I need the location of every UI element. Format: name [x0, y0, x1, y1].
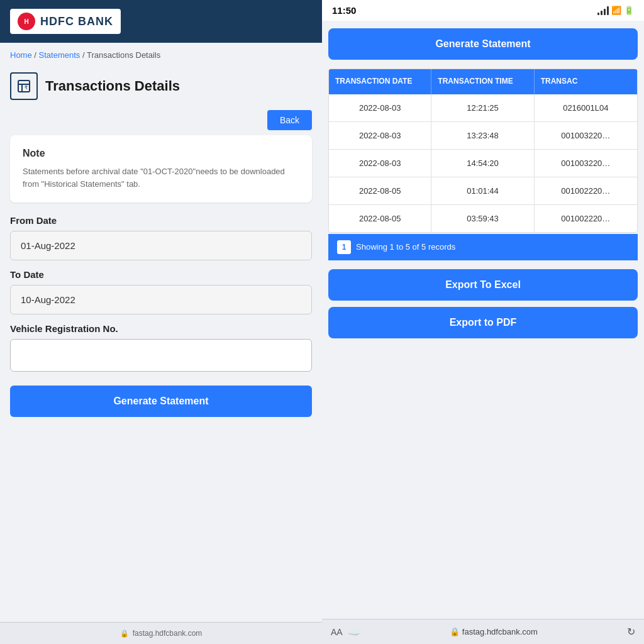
left-panel: H HDFC BANK Home / Statements / Transact…	[0, 0, 322, 644]
breadcrumb-current: Transactions Details	[87, 50, 160, 60]
left-content: Note Statements before archival date "01…	[0, 135, 322, 622]
vehicle-reg-label: Vehicle Registration No.	[10, 323, 312, 334]
svg-text:H: H	[24, 18, 28, 25]
th-transaction-date: TRANSACTION DATE	[329, 69, 431, 94]
table-row: 2022-08-05 01:01:44 001002220…	[329, 177, 637, 205]
left-footer-url: fastag.hdfcbank.com	[133, 629, 203, 638]
pagination-bar: 1 Showing 1 to 5 of 5 records	[328, 234, 638, 260]
aa-label[interactable]: AA	[331, 627, 343, 637]
right-footer: AA ☁️ 🔒 fastag.hdfcbank.com ↻	[322, 619, 644, 644]
table-row: 2022-08-03 13:23:48 001003220…	[329, 122, 637, 150]
refresh-icon[interactable]: ↻	[627, 626, 635, 638]
td-date-2: 2022-08-03	[329, 122, 431, 149]
td-id-1: 0216001L04	[535, 94, 637, 121]
signal-icon	[597, 6, 609, 15]
right-content: Generate Statement TRANSACTION DATE TRAN…	[322, 21, 644, 619]
logo-text: HDFC BANK	[40, 15, 113, 28]
note-text: Statements before archival date "01-OCT-…	[23, 165, 299, 190]
back-button[interactable]: Back	[267, 110, 312, 130]
th-transaction-time: TRANSACTION TIME	[431, 69, 534, 94]
svg-text:₹: ₹	[25, 85, 28, 91]
note-card: Note Statements before archival date "01…	[10, 135, 312, 203]
th-transaction-id: TRANSAC	[535, 69, 637, 94]
generate-statement-btn-right[interactable]: Generate Statement	[328, 28, 638, 60]
page-title: Transactions Details	[45, 78, 180, 94]
breadcrumb-statements[interactable]: Statements	[39, 50, 80, 60]
to-date-input[interactable]	[10, 285, 312, 314]
td-date-1: 2022-08-03	[329, 94, 431, 121]
back-btn-row: Back	[0, 108, 322, 135]
td-date-3: 2022-08-03	[329, 150, 431, 177]
battery-icon: 🔋	[624, 6, 634, 15]
table-header: TRANSACTION DATE TRANSACTION TIME TRANSA…	[329, 69, 637, 94]
table-row: 2022-08-05 03:59:43 001002220…	[329, 205, 637, 232]
status-time: 11:50	[332, 5, 356, 16]
vehicle-reg-input[interactable]	[10, 339, 312, 372]
lock-icon: 🔒	[120, 630, 129, 638]
note-title: Note	[23, 148, 299, 159]
export-excel-button[interactable]: Export To Excel	[328, 269, 638, 301]
td-time-5: 03:59:43	[431, 205, 534, 232]
header-bar: H HDFC BANK	[0, 0, 322, 43]
svg-rect-2	[18, 80, 30, 92]
transactions-icon: ₹	[10, 72, 38, 100]
breadcrumb-sep1: /	[34, 50, 38, 60]
td-time-1: 12:21:25	[431, 94, 534, 121]
table-row: 2022-08-03 14:54:20 001003220…	[329, 150, 637, 177]
footer-aa: AA ☁️	[331, 626, 360, 638]
from-date-input[interactable]	[10, 231, 312, 260]
right-panel: 11:50 📶 🔋 Generate Statement TRANSACTION…	[322, 0, 644, 644]
td-id-2: 001003220…	[535, 122, 637, 149]
td-id-4: 001002220…	[535, 177, 637, 204]
td-time-2: 13:23:48	[431, 122, 534, 149]
page-title-section: ₹ Transactions Details	[0, 67, 322, 108]
td-id-5: 001002220…	[535, 205, 637, 232]
footer-url-right: 🔒 fastag.hdfcbank.com	[450, 627, 538, 636]
footer-cloud-icon: ☁️	[348, 626, 360, 638]
export-pdf-button[interactable]: Export to PDF	[328, 307, 638, 338]
from-date-label: From Date	[10, 215, 312, 226]
table-row: 2022-08-03 12:21:25 0216001L04	[329, 94, 637, 122]
breadcrumb-sep2: /	[82, 50, 87, 60]
wifi-icon: 📶	[611, 6, 621, 15]
td-date-4: 2022-08-05	[329, 177, 431, 204]
showing-text: Showing 1 to 5 of 5 records	[356, 242, 455, 252]
transactions-table: TRANSACTION DATE TRANSACTION TIME TRANSA…	[328, 69, 638, 233]
lock-icon-right: 🔒	[450, 627, 460, 636]
to-date-label: To Date	[10, 269, 312, 280]
hdfc-logo-icon: H	[18, 13, 35, 30]
td-time-3: 14:54:20	[431, 150, 534, 177]
status-icons: 📶 🔋	[597, 6, 634, 15]
breadcrumb: Home / Statements / Transactions Details	[0, 43, 322, 67]
status-bar: 11:50 📶 🔋	[322, 0, 644, 21]
page-number-badge[interactable]: 1	[337, 240, 351, 254]
td-date-5: 2022-08-05	[329, 205, 431, 232]
left-footer: 🔒 fastag.hdfcbank.com	[0, 622, 322, 644]
logo-box: H HDFC BANK	[10, 9, 121, 34]
breadcrumb-home[interactable]: Home	[10, 50, 32, 60]
td-time-4: 01:01:44	[431, 177, 534, 204]
td-id-3: 001003220…	[535, 150, 637, 177]
right-footer-url: fastag.hdfcbank.com	[462, 627, 538, 636]
generate-statement-button[interactable]: Generate Statement	[10, 386, 312, 417]
